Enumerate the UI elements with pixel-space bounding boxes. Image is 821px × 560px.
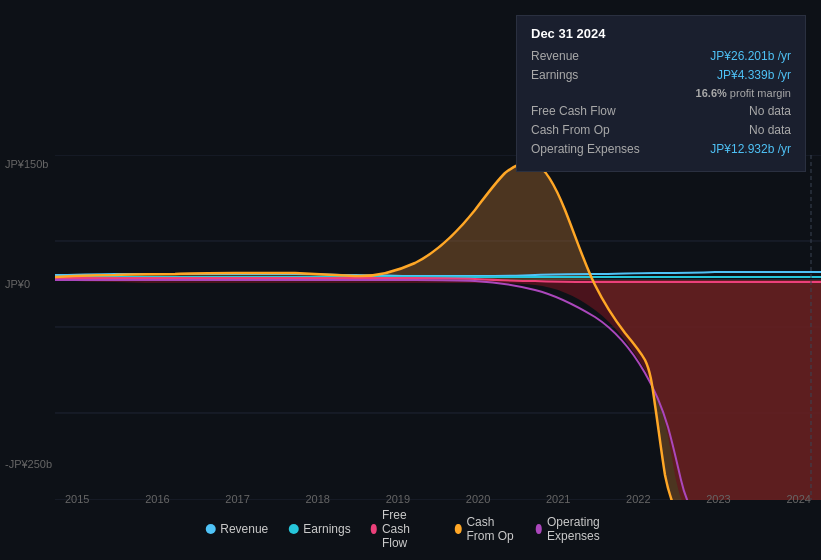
- cash-from-op-legend-dot: [455, 524, 461, 534]
- x-label-2023: 2023: [706, 493, 730, 505]
- x-label-2017: 2017: [225, 493, 249, 505]
- legend-item-operating-expenses[interactable]: Operating Expenses: [536, 515, 616, 543]
- legend-item-revenue[interactable]: Revenue: [205, 522, 268, 536]
- info-box: Dec 31 2024 Revenue JP¥26.201b /yr Earni…: [516, 15, 806, 172]
- profit-margin-row: 16.6% profit margin: [531, 87, 791, 99]
- free-cash-flow-legend-label: Free Cash Flow: [382, 508, 435, 550]
- x-label-2024: 2024: [786, 493, 810, 505]
- operating-expenses-row: Operating Expenses JP¥12.932b /yr: [531, 142, 791, 156]
- x-label-2022: 2022: [626, 493, 650, 505]
- x-axis: 2015 2016 2017 2018 2019 2020 2021 2022 …: [55, 493, 821, 505]
- chart-legend: Revenue Earnings Free Cash Flow Cash Fro…: [205, 508, 616, 550]
- free-cash-flow-label: Free Cash Flow: [531, 104, 651, 118]
- x-label-2016: 2016: [145, 493, 169, 505]
- profit-margin-value: 16.6% profit margin: [696, 87, 791, 99]
- y-axis-zero-label: JP¥0: [5, 278, 30, 290]
- free-cash-flow-row: Free Cash Flow No data: [531, 104, 791, 118]
- x-label-2015: 2015: [65, 493, 89, 505]
- cash-from-op-row: Cash From Op No data: [531, 123, 791, 137]
- revenue-row: Revenue JP¥26.201b /yr: [531, 49, 791, 63]
- chart-svg: [55, 155, 821, 500]
- earnings-label: Earnings: [531, 68, 651, 82]
- operating-expenses-value: JP¥12.932b /yr: [710, 142, 791, 156]
- x-label-2019: 2019: [386, 493, 410, 505]
- revenue-value: JP¥26.201b /yr: [710, 49, 791, 63]
- legend-item-free-cash-flow[interactable]: Free Cash Flow: [371, 508, 435, 550]
- y-axis-bottom-label: -JP¥250b: [5, 458, 52, 470]
- y-axis-top-label: JP¥150b: [5, 158, 48, 170]
- cash-from-op-legend-label: Cash From Op: [466, 515, 515, 543]
- free-cash-flow-value: No data: [749, 104, 791, 118]
- operating-expenses-label: Operating Expenses: [531, 142, 651, 156]
- x-label-2018: 2018: [305, 493, 329, 505]
- cash-from-op-value: No data: [749, 123, 791, 137]
- legend-item-earnings[interactable]: Earnings: [288, 522, 350, 536]
- earnings-legend-dot: [288, 524, 298, 534]
- cash-from-op-label: Cash From Op: [531, 123, 651, 137]
- revenue-legend-label: Revenue: [220, 522, 268, 536]
- x-label-2020: 2020: [466, 493, 490, 505]
- x-label-2021: 2021: [546, 493, 570, 505]
- free-cash-flow-legend-dot: [371, 524, 377, 534]
- revenue-legend-dot: [205, 524, 215, 534]
- chart-container: Dec 31 2024 Revenue JP¥26.201b /yr Earni…: [0, 0, 821, 560]
- revenue-label: Revenue: [531, 49, 651, 63]
- earnings-value: JP¥4.339b /yr: [717, 68, 791, 82]
- operating-expenses-legend-label: Operating Expenses: [547, 515, 616, 543]
- earnings-legend-label: Earnings: [303, 522, 350, 536]
- operating-expenses-legend-dot: [536, 524, 542, 534]
- info-date-title: Dec 31 2024: [531, 26, 791, 41]
- earnings-row: Earnings JP¥4.339b /yr: [531, 68, 791, 82]
- legend-item-cash-from-op[interactable]: Cash From Op: [455, 515, 516, 543]
